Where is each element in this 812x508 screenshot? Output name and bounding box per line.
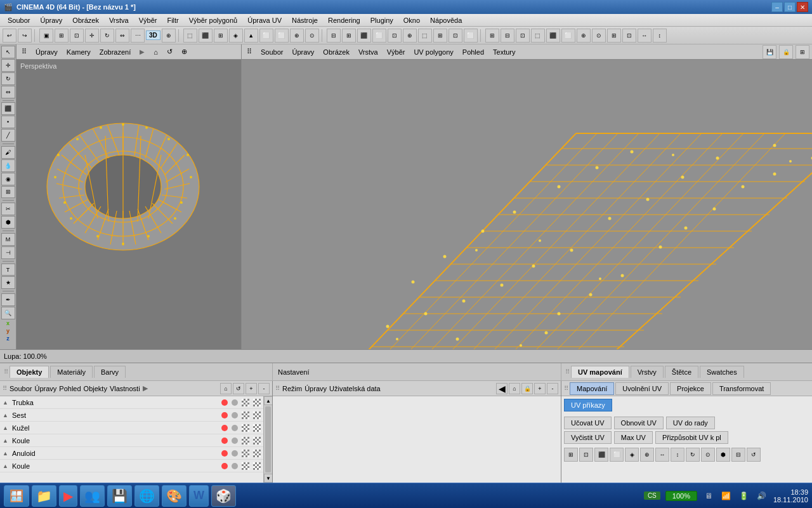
list-item[interactable]: ▲ Koule [0,434,263,447]
tb-scale[interactable]: ⇔ [115,29,129,43]
tb-r5[interactable]: ⬛ [546,29,560,43]
taskbar-user[interactable]: 👥 [80,485,105,507]
tb-r4[interactable]: ⬚ [531,29,545,43]
menu-item-nástroje[interactable]: Nástroje [287,15,323,25]
tool-scale[interactable]: ⇔ [1,86,15,98]
tb-anim7[interactable]: ⬚ [418,29,432,43]
uv-icon-6[interactable]: ⊕ [640,448,654,462]
menu-item-filtr[interactable]: Filtr [162,15,183,25]
uv-menu-textury[interactable]: Textury [490,48,518,57]
tool-edge[interactable]: ╱ [1,129,15,142]
scroll-thumb[interactable] [265,406,271,472]
obj-tb-minus[interactable]: - [258,383,270,394]
tool-star[interactable]: ★ [1,276,15,289]
tb-select2[interactable]: ⊞ [55,29,69,43]
tool-text[interactable]: T [1,264,15,276]
menu-item-úpravauv[interactable]: Úprava UV [242,15,287,25]
vp-menu-kamery[interactable]: Kamery [64,48,93,57]
vp-menu-upravy[interactable]: Úpravy [33,48,60,57]
taskbar-word[interactable]: W [189,485,209,507]
uv-icon-9[interactable]: ↻ [686,448,700,462]
tb-r6[interactable]: ⬜ [561,29,575,43]
settings-tb-userdata[interactable]: Uživatelská data [329,385,381,392]
uv-icon-5[interactable]: ◈ [625,448,639,462]
taskbar-c4d[interactable]: 🎲 [211,485,236,507]
tb-anim3[interactable]: ⬛ [357,29,371,43]
settings-tb-lock[interactable]: 🔒 [521,383,533,394]
tb-anim1[interactable]: ⊟ [327,29,341,43]
tb-rot[interactable]: ↻ [100,29,114,43]
uv-menu-vyber[interactable]: Výběr [384,48,408,57]
uv-btn-prikazy[interactable]: UV příkazy [564,399,612,411]
uv-icon-8[interactable]: ↕ [671,448,684,462]
list-item[interactable]: ▲ Koule [0,460,263,472]
tb-mesh6[interactable]: ⬜ [259,29,273,43]
tool-select[interactable]: ↖ [1,46,15,58]
tb-r9[interactable]: ⊞ [607,29,621,43]
obj-tb-upravy[interactable]: Úpravy [34,385,56,392]
menu-item-úpravy[interactable]: Úpravy [35,15,67,25]
uv-vp-canvas[interactable] [242,60,812,349]
tb-select3[interactable]: ⊡ [70,29,84,43]
uv-icon-1[interactable]: ⊞ [564,448,578,462]
taskbar-paint[interactable]: 🎨 [162,485,187,507]
uv-menu-vrstva[interactable]: Vrstva [356,48,381,57]
tb-anim8[interactable]: ⊞ [433,29,447,43]
uv-menu-pohled[interactable]: Pohled [460,48,487,57]
tb-anim5[interactable]: ⊡ [388,29,402,43]
tb-anim9[interactable]: ⊡ [449,29,462,43]
menu-item-pluginy[interactable]: Pluginy [365,15,398,25]
list-item[interactable]: ▲ Trubka [0,396,263,409]
tab-swatches[interactable]: Swatches [700,366,744,378]
start-button[interactable]: 🪟 [4,485,29,507]
tb-anim6[interactable]: ⊕ [403,29,417,43]
uv-icon-7[interactable]: ↔ [655,448,669,462]
tool-paint[interactable]: 🖌 [1,146,15,159]
uv-menu-soubor[interactable]: Soubor [258,48,285,57]
menu-item-výběrpolygonů[interactable]: Výběr polygonů [184,15,242,25]
tool-obj[interactable]: ◉ [1,173,15,185]
list-item[interactable]: ▲ Anuloid [0,447,263,460]
tb-mesh5[interactable]: ▲ [244,29,258,43]
tab-objekty[interactable]: Objekty [10,366,49,378]
menu-item-soubor[interactable]: Soubor [3,15,35,25]
menu-item-okno[interactable]: Okno [398,15,425,25]
obj-tb-pohled[interactable]: Pohled [59,385,81,392]
taskbar-file-explorer[interactable]: 📁 [32,485,56,507]
menu-item-rendering[interactable]: Rendering [323,15,365,25]
uv-vp-save-btn[interactable]: 💾 [763,45,776,59]
obj-tb-add[interactable]: + [246,383,257,394]
settings-tb-home[interactable]: ⌂ [509,383,520,394]
tb-r3[interactable]: ⊡ [516,29,530,43]
settings-tb-left[interactable]: ◀ [496,383,508,394]
scroll-up-btn[interactable]: ▲ [264,396,272,405]
uv-btn-prizpusobit[interactable]: Přizpůsobit UV k pl [655,431,728,444]
tab-barvy[interactable]: Barvy [94,366,126,378]
uv-section-tab-uvolneni[interactable]: Uvolnění UV [615,382,669,395]
uv-icon-12[interactable]: ⊟ [731,448,745,462]
uv-icon-2[interactable]: ⊡ [579,448,593,462]
obj-tb-objekty[interactable]: Objekty [84,385,107,392]
uv-menu-uvpolygony[interactable]: UV polygony [411,48,455,57]
settings-tb-upravy[interactable]: Úpravy [304,385,327,392]
tool-move[interactable]: ✛ [1,59,15,72]
tool-knife[interactable]: ✂ [1,203,15,215]
uv-section-tab-projekce[interactable]: Projekce [670,382,711,395]
vp-btn-render[interactable]: ⊕ [179,47,190,57]
tab-materialy[interactable]: Materiály [50,366,93,378]
taskbar-browser[interactable]: 🌐 [134,485,159,507]
list-item[interactable]: ▲ Kužel [0,422,263,434]
tb-r2[interactable]: ⊟ [501,29,514,43]
vp-btn-refresh[interactable]: ↺ [164,47,175,57]
settings-tb-rezim[interactable]: Režim [282,385,302,392]
tb-mesh2[interactable]: ⬛ [199,29,213,43]
tool-extrude[interactable]: ⬢ [1,216,15,229]
uv-btn-maxuv[interactable]: Max UV [614,431,653,444]
close-button[interactable]: ✕ [797,2,808,12]
tb-mesh9[interactable]: ⊙ [305,29,319,43]
taskbar-save[interactable]: 💾 [107,485,132,507]
uv-icon-3[interactable]: ⬛ [594,448,608,462]
left-vp-canvas[interactable]: Perspektiva [16,60,241,349]
uv-section-tab-transformovat[interactable]: Transformovat [712,382,771,395]
tool-checker[interactable]: ⊞ [1,186,15,199]
